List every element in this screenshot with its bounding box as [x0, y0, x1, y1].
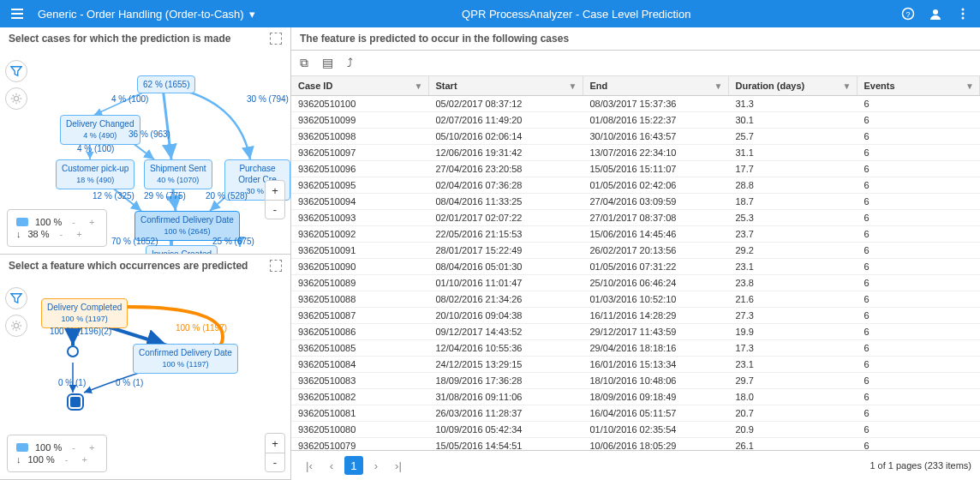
cell: 20.7 [728, 405, 857, 422]
cases-panel: Select cases for which the prediction is… [0, 27, 290, 255]
flow-node[interactable]: 62 % (1655) [137, 75, 195, 93]
more-icon[interactable] [953, 3, 973, 24]
cell: 6 [857, 389, 980, 405]
cell: 28/01/2017 15:22:49 [428, 243, 583, 259]
table-row[interactable]: 9362051009805/10/2016 02:06:1430/10/2016… [291, 129, 980, 145]
flowchart-canvas[interactable]: Delivery Completed100 % (1197) Confirmed… [0, 277, 290, 479]
table-row[interactable]: 9362051009302/01/2017 02:07:2227/01/2017… [291, 210, 980, 226]
flow-node[interactable]: Delivery Completed100 % (1197) [41, 298, 128, 328]
user-icon[interactable] [925, 3, 946, 24]
table-row[interactable]: 9362051009502/04/2016 07:36:2801/05/2016… [291, 177, 980, 194]
table-row[interactable]: 9362051008901/10/2016 11:01:4725/10/2016… [291, 275, 980, 291]
help-icon[interactable]: ? [898, 3, 918, 24]
pager-next[interactable]: › [367, 456, 385, 475]
cell: 25.3 [728, 210, 857, 226]
cell: 6 [857, 324, 980, 340]
table-row[interactable]: 9362051008318/09/2016 17:36:2818/10/2016… [291, 373, 980, 389]
pager-prev[interactable]: ‹ [322, 456, 341, 475]
table-row[interactable]: 9362051009902/07/2016 11:49:2001/08/2016… [291, 112, 980, 129]
cell: 93620510096 [291, 161, 428, 177]
table-row[interactable]: 9362051009008/04/2016 05:01:3001/05/2016… [291, 259, 980, 275]
pager-page[interactable]: 1 [344, 456, 363, 475]
gear-icon[interactable] [5, 315, 27, 337]
pager-last[interactable]: ›| [389, 456, 408, 475]
flow-node[interactable]: Customer pick-up18 % (490) [56, 159, 134, 189]
table-row[interactable]: 9362051009408/04/2016 11:33:2527/04/2016… [291, 194, 980, 210]
filter-icon[interactable]: ▼ [843, 81, 852, 91]
legend-plus[interactable]: + [86, 442, 98, 453]
table-row[interactable]: 9362051009222/05/2016 21:15:5315/06/2016… [291, 226, 980, 243]
flowchart-canvas[interactable]: 62 % (1655) Delivery Changed4 % (490) Cu… [0, 50, 290, 254]
table-row[interactable]: 9362051008720/10/2016 09:04:3816/11/2016… [291, 308, 980, 324]
pager-first[interactable]: |‹ [300, 456, 319, 475]
cell: 18.0 [728, 389, 857, 405]
expand-icon[interactable] [270, 260, 282, 272]
filter-icon[interactable]: ▼ [714, 81, 723, 91]
model-dropdown[interactable]: Generic - Order Handling (Order-to-Cash)… [38, 8, 255, 21]
cell: 31/08/2016 09:11:06 [428, 389, 583, 405]
filter-icon[interactable]: ▼ [569, 81, 577, 91]
filter-icon[interactable]: ▼ [965, 81, 974, 91]
table-row[interactable]: 9362051008424/12/2015 13:29:1516/01/2016… [291, 357, 980, 373]
cell: 6 [857, 243, 980, 259]
menu-icon[interactable] [7, 3, 27, 24]
filter-icon[interactable]: ▼ [415, 81, 423, 91]
export-pdf-icon[interactable]: ⤴ [347, 56, 353, 70]
table-row[interactable]: 9362051007915/05/2016 14:54:5110/06/2016… [291, 438, 980, 451]
cell: 93620510084 [291, 357, 428, 373]
table-row[interactable]: 9362051008231/08/2016 09:11:0618/09/2016… [291, 389, 980, 405]
table-row[interactable]: 9362051009627/04/2016 23:20:5815/05/2016… [291, 161, 980, 177]
cases-table: Case ID▼Start▼End▼Duration (days)▼Events… [291, 76, 980, 450]
legend-plus[interactable]: + [86, 217, 98, 227]
zoom-out[interactable]: - [266, 453, 284, 471]
filter-icon[interactable] [5, 287, 27, 309]
table-row[interactable]: 9362051008808/02/2016 21:34:2601/03/2016… [291, 291, 980, 308]
cell: 02/01/2017 02:07:22 [428, 210, 583, 226]
column-header[interactable]: Events▼ [857, 76, 980, 96]
cell: 25/10/2016 06:46:24 [583, 275, 728, 291]
cell: 24/12/2015 13:29:15 [428, 357, 583, 373]
column-header[interactable]: Case ID▼ [291, 76, 428, 96]
cell: 27/01/2017 08:37:08 [583, 210, 728, 226]
cell: 25.7 [728, 129, 857, 145]
legend-minus[interactable]: - [69, 217, 79, 227]
column-header[interactable]: Start▼ [428, 76, 583, 96]
cell: 08/04/2016 11:33:25 [428, 194, 583, 210]
legend-plus[interactable]: + [73, 229, 85, 239]
table-row[interactable]: 9362051009128/01/2017 15:22:4926/02/2017… [291, 243, 980, 259]
end-node[interactable] [70, 397, 81, 407]
table-row[interactable]: 9362051009712/06/2016 19:31:4213/07/2016… [291, 145, 980, 161]
table-title: The feature is predicted to occur in the… [291, 27, 980, 51]
legend-minus[interactable]: - [57, 229, 67, 239]
app-title: QPR ProcessAnalyzer - Case Level Predict… [255, 8, 898, 21]
table-row[interactable]: 9362051008512/04/2016 10:55:3629/04/2016… [291, 340, 980, 357]
zoom-in[interactable]: + [266, 434, 284, 453]
expand-icon[interactable] [270, 33, 282, 45]
cell: 93620510085 [291, 340, 428, 357]
export-doc-icon[interactable]: ▤ [322, 56, 333, 70]
export-xlsx-icon[interactable]: ⧉ [300, 56, 308, 70]
zoom-in[interactable]: + [266, 181, 284, 200]
table-row[interactable]: 9362051008609/12/2017 14:43:5229/12/2017… [291, 324, 980, 340]
legend-plus[interactable]: + [78, 454, 90, 465]
column-header[interactable]: End▼ [583, 76, 728, 96]
table-row[interactable]: 9362051008126/03/2016 11:28:3716/04/2016… [291, 405, 980, 422]
cell: 18/09/2016 09:18:49 [583, 389, 728, 405]
column-header[interactable]: Duration (days)▼ [728, 76, 857, 96]
cell: 6 [857, 145, 980, 161]
flow-node[interactable]: Confirmed Delivery Date100 % (1197) [133, 344, 238, 374]
legend-minus[interactable]: - [69, 442, 79, 453]
table-row[interactable]: 9362051008010/09/2016 05:42:3401/10/2016… [291, 422, 980, 438]
legend-minus[interactable]: - [62, 454, 72, 465]
gear-icon[interactable] [5, 87, 27, 110]
cell: 29/04/2016 18:18:16 [583, 340, 728, 357]
svg-point-2 [933, 9, 938, 15]
svg-point-3 [962, 9, 965, 11]
flow-node[interactable]: Shipment Sent40 % (1070) [144, 159, 212, 189]
cell: 6 [857, 226, 980, 243]
zoom-out[interactable]: - [266, 200, 284, 219]
table-row[interactable]: 9362051010005/02/2017 08:37:1208/03/2017… [291, 96, 980, 112]
filter-icon[interactable] [5, 60, 27, 82]
flow-node[interactable]: Invoice Created [146, 245, 218, 254]
start-node[interactable] [67, 345, 79, 357]
